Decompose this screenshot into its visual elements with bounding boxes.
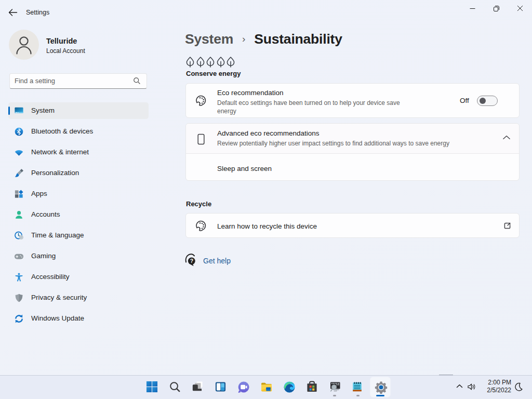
svg-text:?: ? <box>190 258 193 264</box>
